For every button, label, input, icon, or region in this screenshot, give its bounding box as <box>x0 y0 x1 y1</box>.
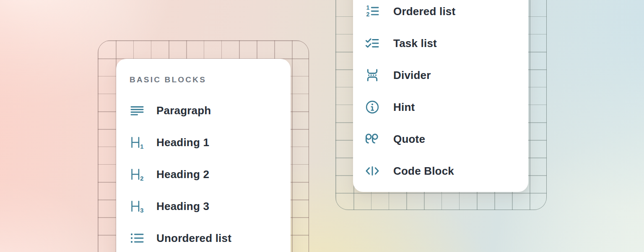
unordered-list-icon <box>130 231 145 246</box>
quote-icon <box>365 131 380 147</box>
basic-blocks-menu-card: BASIC BLOCKS Paragraph 1 Heading 1 2 Hea… <box>116 59 291 252</box>
svg-text:2: 2 <box>140 175 143 182</box>
heading-3-icon: 3 <box>130 199 145 214</box>
menu-item-unordered-list[interactable]: Unordered list <box>130 222 277 252</box>
heading-1-icon: 1 <box>130 135 145 150</box>
hint-icon <box>365 100 380 115</box>
menu-item-heading-1[interactable]: 1 Heading 1 <box>130 126 277 158</box>
menu-item-label: Quote <box>393 133 425 146</box>
menu-item-label: Hint <box>393 101 415 114</box>
menu-item-heading-2[interactable]: 2 Heading 2 <box>130 158 277 190</box>
menu-item-paragraph[interactable]: Paragraph <box>130 94 277 126</box>
svg-text:2: 2 <box>366 11 369 18</box>
menu-item-label: Ordered list <box>393 5 455 18</box>
gradient-background <box>0 0 644 252</box>
basic-blocks-menu: Paragraph 1 Heading 1 2 Heading 2 3 Head… <box>130 94 277 252</box>
menu-item-label: Heading 1 <box>156 136 209 149</box>
blocks-menu-card-continued: 12 Ordered list Task list Divider <box>353 0 528 192</box>
task-list-icon <box>365 36 380 51</box>
section-label: BASIC BLOCKS <box>130 74 277 85</box>
menu-item-label: Heading 3 <box>156 200 209 213</box>
menu-item-quote[interactable]: Quote <box>365 123 517 155</box>
heading-2-icon: 2 <box>130 167 145 182</box>
menu-item-divider[interactable]: Divider <box>365 59 517 91</box>
menu-item-ordered-list[interactable]: 12 Ordered list <box>365 0 517 27</box>
menu-item-label: Unordered list <box>156 232 231 245</box>
divider-icon <box>365 68 380 83</box>
menu-item-task-list[interactable]: Task list <box>365 27 517 59</box>
menu-item-hint[interactable]: Hint <box>365 91 517 123</box>
code-block-icon <box>365 163 380 178</box>
ordered-list-icon: 12 <box>365 4 380 19</box>
menu-item-label: Divider <box>393 69 431 82</box>
menu-item-label: Heading 2 <box>156 168 209 181</box>
svg-text:3: 3 <box>140 207 143 214</box>
menu-item-label: Paragraph <box>156 104 211 117</box>
menu-item-code-block[interactable]: Code Block <box>365 155 517 187</box>
blocks-menu-continued: 12 Ordered list Task list Divider <box>365 0 517 187</box>
menu-item-label: Code Block <box>393 165 454 178</box>
svg-text:1: 1 <box>366 4 369 11</box>
menu-item-heading-3[interactable]: 3 Heading 3 <box>130 190 277 222</box>
editor-blocks-hero: BASIC BLOCKS Paragraph 1 Heading 1 2 Hea… <box>0 0 644 252</box>
menu-item-label: Task list <box>393 37 437 50</box>
paragraph-icon <box>130 103 145 118</box>
svg-text:1: 1 <box>140 143 143 150</box>
